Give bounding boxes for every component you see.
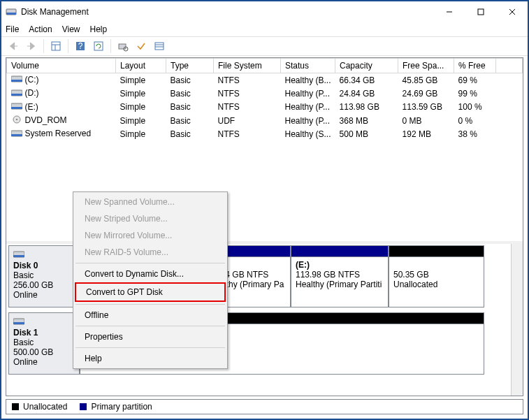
column-header-volume[interactable]: Volume bbox=[7, 59, 116, 73]
cell-status: Healthy (B... bbox=[281, 73, 335, 87]
cell-capacity: 368 MB bbox=[335, 114, 398, 127]
disk-status: Online bbox=[13, 290, 38, 300]
view-settings-button[interactable] bbox=[48, 38, 64, 54]
context-menu-separator bbox=[75, 326, 225, 326]
cell-status: Healthy (P... bbox=[281, 87, 335, 100]
cell-free: 192 MB bbox=[398, 127, 454, 140]
hdd-icon bbox=[11, 102, 22, 113]
svg-rect-22 bbox=[11, 94, 22, 96]
menu-view[interactable]: View bbox=[62, 24, 80, 34]
cell-fs: NTFS bbox=[214, 127, 281, 140]
context-menu-item[interactable]: Convert to Dynamic Disk... bbox=[75, 266, 226, 282]
context-menu-item[interactable]: Properties bbox=[75, 328, 226, 345]
partition-stripe bbox=[389, 245, 484, 256]
context-menu-separator bbox=[75, 304, 225, 305]
svg-rect-32 bbox=[13, 322, 24, 324]
toolbar-separator bbox=[68, 39, 68, 53]
volume-row[interactable]: (C:)SimpleBasicNTFSHealthy (B...66.34 GB… bbox=[7, 73, 523, 87]
disk-header[interactable]: Disk 1Basic500.00 GBOnline bbox=[8, 312, 80, 375]
check-button[interactable] bbox=[133, 38, 149, 54]
vertical-scrollbar[interactable] bbox=[511, 244, 523, 396]
partition-size: 50.35 GB bbox=[393, 270, 429, 280]
partition-cell[interactable]: (E:)113.98 GB NTFSHealthy (Primary Parti… bbox=[291, 256, 389, 307]
refresh-button[interactable] bbox=[91, 38, 106, 54]
disk-status: Online bbox=[13, 357, 38, 367]
context-menu-separator bbox=[75, 263, 225, 263]
list-button[interactable] bbox=[152, 38, 167, 54]
cell-layout: Simple bbox=[116, 87, 166, 100]
legend-bar: Unallocated Primary partition bbox=[6, 399, 523, 414]
svg-rect-28 bbox=[11, 134, 22, 136]
maximize-button[interactable] bbox=[465, 2, 496, 22]
partition-stripe bbox=[291, 245, 389, 256]
back-button[interactable] bbox=[6, 38, 21, 54]
cell-layout: Simple bbox=[116, 127, 166, 140]
cell-pct: 0 % bbox=[454, 114, 496, 127]
svg-rect-30 bbox=[13, 255, 24, 257]
disk-type: Basic bbox=[13, 338, 34, 347]
context-menu-item: New Striped Volume... bbox=[75, 210, 226, 227]
rescan-button[interactable] bbox=[115, 38, 131, 54]
context-menu-item[interactable]: Help bbox=[75, 350, 226, 367]
menu-action[interactable]: Action bbox=[29, 24, 52, 34]
volume-row[interactable]: DVD_ROMSimpleBasicUDFHealthy (P...368 MB… bbox=[7, 114, 523, 127]
disk-name: Disk 1 bbox=[13, 328, 38, 338]
cell-pct: 99 % bbox=[454, 87, 496, 100]
svg-rect-8 bbox=[52, 42, 60, 50]
cell-type: Basic bbox=[166, 87, 214, 100]
menu-file[interactable]: File bbox=[6, 24, 19, 34]
svg-point-26 bbox=[15, 119, 17, 120]
context-menu-item[interactable]: Convert to GPT Disk bbox=[75, 282, 226, 302]
volume-name: DVD_ROM bbox=[25, 115, 67, 125]
cell-type: Basic bbox=[166, 127, 214, 140]
column-header-capacity[interactable]: Capacity bbox=[335, 59, 398, 73]
partition-status: Unallocated bbox=[393, 280, 437, 289]
cell-status: Healthy (S... bbox=[281, 127, 335, 140]
volume-row[interactable]: (E:)SimpleBasicNTFSHealthy (P...113.98 G… bbox=[7, 101, 523, 114]
column-header-fs[interactable]: File System bbox=[214, 59, 281, 73]
column-header-free[interactable]: Free Spa... bbox=[398, 59, 454, 73]
volume-name: System Reserved bbox=[25, 129, 92, 138]
close-button[interactable] bbox=[496, 2, 528, 22]
column-header-pct[interactable]: % Free bbox=[454, 59, 496, 73]
help-button[interactable]: ? bbox=[73, 38, 88, 54]
legend-primary-label: Primary partition bbox=[91, 402, 152, 412]
hdd-icon bbox=[13, 318, 24, 328]
forward-button[interactable] bbox=[24, 38, 39, 54]
column-header-status[interactable]: Status bbox=[281, 59, 335, 73]
volume-row[interactable]: (D:)SimpleBasicNTFSHealthy (P...24.84 GB… bbox=[7, 87, 523, 100]
volume-row[interactable]: System ReservedSimpleBasicNTFSHealthy (S… bbox=[7, 127, 523, 140]
context-menu-item: New Spanned Volume... bbox=[75, 194, 226, 210]
toolbar-separator bbox=[43, 39, 44, 53]
legend-primary-swatch bbox=[80, 403, 87, 410]
menubar: File Action View Help bbox=[1, 22, 528, 36]
dvd-icon bbox=[11, 115, 22, 126]
context-menu-item[interactable]: Offline bbox=[75, 307, 226, 324]
menu-help[interactable]: Help bbox=[90, 24, 108, 34]
cell-free: 0 MB bbox=[398, 114, 454, 127]
hdd-icon bbox=[11, 89, 22, 99]
toolbar: ? bbox=[1, 36, 528, 56]
cell-type: Basic bbox=[166, 73, 214, 87]
partition-cell[interactable]: 50.35 GBUnallocated bbox=[389, 256, 484, 307]
cell-capacity: 113.98 GB bbox=[335, 101, 398, 114]
partition-status: Healthy (Primary Partiti bbox=[296, 280, 382, 289]
cell-fs: UDF bbox=[214, 114, 281, 127]
column-header-layout[interactable]: Layout bbox=[116, 59, 166, 73]
cell-type: Basic bbox=[166, 114, 214, 127]
cell-layout: Simple bbox=[116, 101, 166, 114]
svg-rect-14 bbox=[119, 44, 126, 49]
volume-table[interactable]: VolumeLayoutTypeFile SystemStatusCapacit… bbox=[6, 58, 523, 141]
disk-management-icon bbox=[6, 6, 17, 17]
svg-rect-13 bbox=[94, 42, 103, 50]
disk-header[interactable]: Disk 0Basic256.00 GBOnline bbox=[8, 245, 80, 307]
svg-rect-1 bbox=[6, 13, 16, 15]
disk-size: 256.00 GB bbox=[13, 280, 53, 290]
volume-name: (E:) bbox=[25, 102, 38, 112]
minimize-button[interactable] bbox=[433, 2, 465, 22]
cell-free: 45.85 GB bbox=[398, 73, 454, 87]
hdd-icon bbox=[11, 75, 22, 85]
column-header-type[interactable]: Type bbox=[166, 59, 214, 73]
context-menu-item: New Mirrored Volume... bbox=[75, 227, 226, 244]
cell-pct: 69 % bbox=[454, 73, 496, 87]
